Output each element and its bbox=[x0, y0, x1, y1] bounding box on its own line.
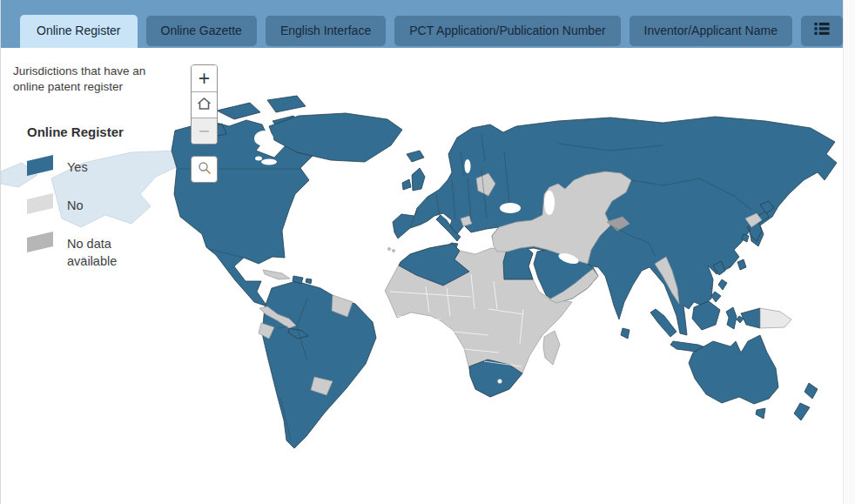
header-bar: Online Register Online Gazette English I… bbox=[1, 0, 844, 48]
region-west-papua bbox=[741, 308, 760, 328]
legend-swatch-yes bbox=[27, 155, 53, 178]
region-papua-new-guinea[interactable] bbox=[760, 308, 791, 328]
tab-pct-number[interactable]: PCT Application/Publication Number bbox=[394, 16, 620, 46]
region-philippines bbox=[711, 292, 721, 302]
map-search-button[interactable] bbox=[191, 156, 218, 183]
world-choropleth-map[interactable] bbox=[1, 48, 844, 504]
legend-item-yes: Yes bbox=[27, 155, 187, 178]
map-legend: Online Register Yes No No data available bbox=[13, 124, 187, 270]
region-tasmania bbox=[756, 408, 765, 419]
legend-item-no: No bbox=[27, 193, 187, 216]
zoom-in-button[interactable]: + bbox=[192, 65, 217, 91]
scrollbar-gutter[interactable] bbox=[843, 0, 855, 504]
region-arctic-islands bbox=[267, 96, 306, 112]
home-icon bbox=[197, 97, 212, 114]
region-borneo bbox=[692, 301, 720, 330]
zoom-out-button[interactable]: − bbox=[192, 118, 217, 144]
region-ireland bbox=[402, 179, 411, 190]
tab-online-register[interactable]: Online Register bbox=[20, 15, 138, 48]
region-arctic-islands bbox=[217, 103, 260, 119]
tab-list-view[interactable] bbox=[801, 16, 843, 46]
map-caption-line1: Jurisdictions that have an bbox=[13, 64, 187, 79]
app-window: Online Register Online Gazette English I… bbox=[0, 0, 855, 504]
tab-bar: Online Register Online Gazette English I… bbox=[1, 0, 844, 48]
legend-label-yes: Yes bbox=[67, 155, 150, 176]
legend-swatch-no bbox=[27, 193, 53, 216]
region-philippines bbox=[718, 279, 727, 290]
region-sulawesi bbox=[726, 307, 737, 329]
region-puerto-rico bbox=[306, 279, 312, 284]
region-taiwan bbox=[737, 259, 746, 270]
tab-english-interface[interactable]: English Interface bbox=[266, 16, 386, 46]
region-new-zealand bbox=[794, 403, 810, 420]
map-caption: Jurisdictions that have an online patent… bbox=[13, 64, 187, 95]
home-button[interactable] bbox=[192, 91, 217, 118]
magnifier-icon bbox=[198, 161, 212, 178]
region-australia bbox=[689, 335, 778, 404]
region-new-zealand bbox=[805, 383, 818, 399]
legend-item-no-data: No data available bbox=[27, 232, 187, 270]
region-sumatra bbox=[650, 309, 677, 337]
region-cuba bbox=[263, 270, 290, 279]
legend-swatch-no-data bbox=[27, 232, 53, 254]
region-sri-lanka bbox=[621, 328, 629, 339]
region-south-america bbox=[262, 281, 376, 448]
legend-title: Online Register bbox=[27, 124, 187, 139]
list-icon bbox=[814, 23, 830, 36]
region-lesotho bbox=[498, 380, 502, 384]
legend-label-no: No bbox=[67, 193, 150, 214]
legend-label-no-data: No data available bbox=[67, 232, 150, 270]
map-zoom-controls: + − bbox=[191, 64, 218, 144]
map-content-area: Jurisdictions that have an online patent… bbox=[1, 48, 844, 504]
tab-online-gazette[interactable]: Online Gazette bbox=[146, 16, 257, 46]
map-caption-line2: online patent register bbox=[13, 79, 187, 95]
region-madagascar bbox=[543, 331, 560, 365]
region-united-kingdom bbox=[412, 168, 425, 191]
region-iceland bbox=[407, 151, 424, 162]
region-japan bbox=[742, 234, 749, 242]
tab-inventor-applicant[interactable]: Inventor/Applicant Name bbox=[629, 16, 792, 46]
